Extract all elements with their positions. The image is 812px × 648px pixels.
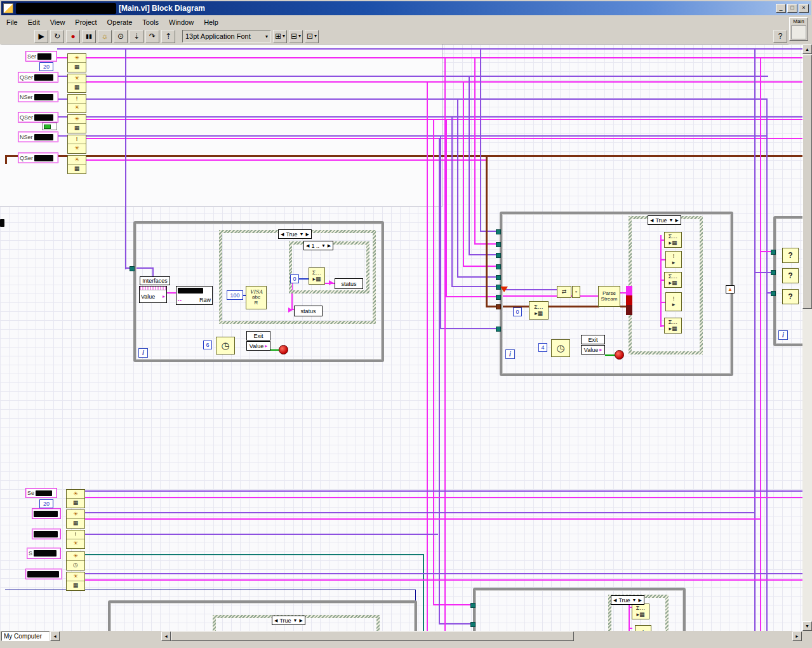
menu-window[interactable]: Window bbox=[164, 17, 199, 28]
queue-function-node[interactable]: ☀▦ bbox=[66, 489, 85, 508]
case-next-icon[interactable]: ▶ bbox=[676, 218, 679, 222]
terminal-ser[interactable]: Ser bbox=[25, 51, 57, 62]
array-sum-node[interactable]: Σ…▸▦ bbox=[632, 604, 649, 619]
case-prev-icon[interactable]: ◀ bbox=[281, 232, 284, 236]
status-indicator[interactable]: status bbox=[335, 278, 363, 289]
horizontal-scroll-thumb[interactable] bbox=[171, 631, 574, 641]
terminal-qser[interactable]: QSer bbox=[18, 152, 58, 163]
queue-function-node[interactable]: !☀ bbox=[67, 94, 86, 113]
scroll-down-button[interactable]: ▼ bbox=[802, 621, 812, 631]
wait-ms-node[interactable]: ◷ bbox=[216, 337, 235, 354]
queue-function-node[interactable]: ☀▦ bbox=[66, 510, 85, 529]
case-dropdown-icon[interactable]: ▼ bbox=[669, 218, 674, 222]
property-node-redacted[interactable]: ▪▪Raw bbox=[176, 286, 213, 305]
case-selector[interactable]: ◀1 ..▼▶ bbox=[303, 241, 333, 250]
menu-help[interactable]: Help bbox=[199, 17, 223, 28]
abort-button[interactable]: ● bbox=[66, 30, 80, 43]
array-sum-node[interactable]: Σ…▸▦ bbox=[664, 272, 682, 288]
terminal-nser[interactable]: NSer bbox=[18, 91, 58, 102]
queue-function-node[interactable]: ☀◷ bbox=[66, 551, 85, 570]
numeric-constant[interactable]: 20 bbox=[39, 499, 53, 508]
unknown-subvi[interactable]: ? bbox=[782, 268, 799, 283]
numeric-constant[interactable]: 0 bbox=[513, 307, 522, 316]
step-into-button[interactable]: ⇣ bbox=[130, 30, 143, 43]
menu-file[interactable]: File bbox=[1, 17, 23, 28]
terminal-qser[interactable]: QSer bbox=[18, 112, 58, 123]
local-variable-value[interactable]: Value▸ bbox=[246, 341, 270, 351]
highlight-execution-button[interactable]: ☼ bbox=[98, 30, 112, 43]
vertical-scroll-thumb[interactable] bbox=[802, 55, 812, 309]
step-out-button[interactable]: ⇡ bbox=[161, 30, 175, 43]
local-variable-exit[interactable]: Exit bbox=[246, 331, 270, 341]
run-button[interactable]: ▶ bbox=[34, 30, 48, 43]
swap-bytes-node[interactable]: ⇄ bbox=[557, 286, 571, 298]
array-sum-node[interactable]: Σ…▸▦ bbox=[664, 232, 682, 248]
menu-operate[interactable]: Operate bbox=[102, 17, 138, 28]
boolean-toggle[interactable] bbox=[42, 123, 57, 130]
numeric-constant[interactable]: 4 bbox=[538, 343, 547, 352]
terminal-redacted[interactable] bbox=[32, 529, 61, 539]
local-variable-exit[interactable]: Exit bbox=[581, 335, 605, 344]
numeric-constant[interactable]: 20 bbox=[39, 62, 53, 71]
help-button[interactable]: ? bbox=[773, 30, 787, 43]
step-over-button[interactable]: ↷ bbox=[145, 30, 159, 43]
numeric-constant[interactable]: 100 bbox=[227, 290, 243, 300]
case-prev-icon[interactable]: ◀ bbox=[650, 218, 653, 222]
case-next-icon[interactable]: ▶ bbox=[639, 598, 642, 602]
wait-ms-node[interactable]: ◷ bbox=[551, 339, 570, 357]
queue-function-node[interactable]: ☀▦ bbox=[67, 53, 86, 72]
terminal-redacted[interactable] bbox=[25, 569, 62, 579]
queue-function-node[interactable]: ☀▦ bbox=[67, 114, 86, 133]
maximize-button[interactable]: □ bbox=[787, 4, 797, 13]
unknown-subvi[interactable]: ? bbox=[782, 248, 799, 263]
numeric-constant[interactable]: 6 bbox=[203, 341, 212, 349]
menu-view[interactable]: View bbox=[45, 17, 70, 28]
terminal-s[interactable]: S bbox=[27, 548, 61, 559]
case-selector[interactable]: ◀True▼▶ bbox=[278, 229, 312, 239]
case-dropdown-icon[interactable]: ▼ bbox=[300, 232, 304, 236]
case-selector[interactable]: ◀True▼▶ bbox=[272, 616, 305, 625]
case-next-icon[interactable]: ▶ bbox=[306, 232, 309, 236]
scroll-up-button[interactable]: ▲ bbox=[802, 44, 812, 54]
stop-button-terminal[interactable] bbox=[615, 350, 624, 360]
reorder-dropdown[interactable]: ⊡▾ bbox=[305, 30, 319, 43]
terminal-nser[interactable]: NSer bbox=[18, 132, 58, 142]
numeric-constant[interactable]: 0 bbox=[290, 274, 299, 283]
queue-function-node[interactable]: ☀▦ bbox=[66, 572, 85, 591]
notify-node[interactable]: !▸ bbox=[665, 292, 682, 311]
case-selector[interactable]: ◀True▼▶ bbox=[611, 595, 644, 605]
unknown-subvi[interactable]: ? bbox=[782, 289, 799, 304]
align-objects-dropdown[interactable]: ⊞▾ bbox=[273, 30, 287, 43]
queue-function-node[interactable]: ☀▦ bbox=[67, 155, 86, 174]
queue-function-node[interactable]: !☀ bbox=[66, 530, 85, 549]
pane-scroll-left-button[interactable]: ◄ bbox=[50, 631, 60, 641]
stop-button-terminal[interactable] bbox=[279, 345, 288, 354]
menu-edit[interactable]: Edit bbox=[23, 17, 45, 28]
array-sum-node[interactable]: Σ…▸▦ bbox=[529, 301, 549, 320]
font-selector[interactable]: 13pt Application Font ▾ bbox=[182, 30, 271, 43]
queue-function-node[interactable]: !☀ bbox=[67, 135, 86, 154]
array-sum-node[interactable]: Σ…▸▦ bbox=[309, 267, 325, 285]
pause-button[interactable]: ▮▮ bbox=[82, 30, 96, 43]
case-dropdown-icon[interactable]: ▼ bbox=[293, 618, 298, 623]
menu-project[interactable]: Project bbox=[70, 17, 102, 28]
terminal-redacted[interactable] bbox=[32, 508, 61, 519]
execution-target-selector[interactable]: My Computer bbox=[1, 631, 50, 641]
vi-icon-panel[interactable]: Main bbox=[789, 17, 808, 41]
case-next-icon[interactable]: ▶ bbox=[328, 243, 331, 248]
visa-configure-node[interactable]: VISAabcR bbox=[246, 286, 267, 309]
array-sum-node[interactable]: Σ…▸▦ bbox=[664, 318, 682, 334]
case-selector[interactable]: ◀True▼▶ bbox=[648, 215, 681, 225]
case-dropdown-icon[interactable]: ▼ bbox=[321, 243, 326, 248]
case-prev-icon[interactable]: ◀ bbox=[306, 243, 309, 248]
free-label[interactable]: Interfaces bbox=[140, 276, 170, 285]
queue-function-node[interactable]: ☀▦ bbox=[67, 74, 86, 93]
block-diagram-canvas[interactable]: ◀True▼▶ ◀1 ..▼▶ ◀True▼▶ ◀True▼▶ ◀True▼▶ … bbox=[0, 44, 802, 631]
terminal-se[interactable]: Se bbox=[25, 488, 57, 498]
parse-stream-subvi[interactable]: ParseStream bbox=[598, 286, 620, 307]
case-dropdown-icon[interactable]: ▼ bbox=[632, 598, 637, 602]
scroll-left-button[interactable]: ◄ bbox=[161, 631, 171, 641]
property-node-value[interactable]: Value▸ bbox=[139, 286, 167, 303]
notify-node[interactable]: !▸ bbox=[665, 251, 682, 268]
case-prev-icon[interactable]: ◀ bbox=[613, 598, 616, 602]
